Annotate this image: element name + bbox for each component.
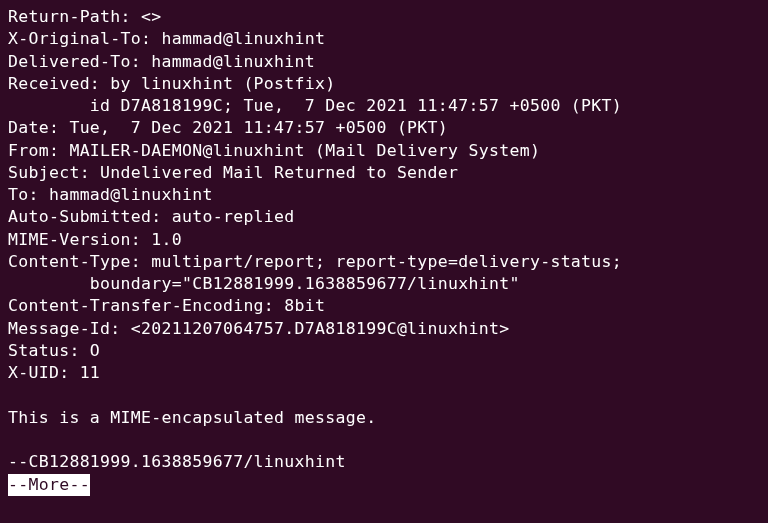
header-return-path: Return-Path: <> xyxy=(8,6,760,28)
header-date: Date: Tue, 7 Dec 2021 11:47:57 +0500 (PK… xyxy=(8,117,760,139)
header-received-line2: id D7A818199C; Tue, 7 Dec 2021 11:47:57 … xyxy=(8,95,760,117)
blank-line xyxy=(8,429,760,451)
header-delivered-to: Delivered-To: hammad@linuxhint xyxy=(8,51,760,73)
pager-line[interactable]: --More-- xyxy=(8,474,760,496)
header-mime-version: MIME-Version: 1.0 xyxy=(8,229,760,251)
more-prompt[interactable]: --More-- xyxy=(8,474,90,496)
header-subject: Subject: Undelivered Mail Returned to Se… xyxy=(8,162,760,184)
blank-line xyxy=(8,385,760,407)
header-received-line1: Received: by linuxhint (Postfix) xyxy=(8,73,760,95)
header-auto-submitted: Auto-Submitted: auto-replied xyxy=(8,206,760,228)
header-status: Status: O xyxy=(8,340,760,362)
header-content-type-line1: Content-Type: multipart/report; report-t… xyxy=(8,251,760,273)
body-text: This is a MIME-encapsulated message. xyxy=(8,407,760,429)
header-content-type-line2: boundary="CB12881999.1638859677/linuxhin… xyxy=(8,273,760,295)
header-x-uid: X-UID: 11 xyxy=(8,362,760,384)
mime-boundary: --CB12881999.1638859677/linuxhint xyxy=(8,451,760,473)
header-content-transfer-encoding: Content-Transfer-Encoding: 8bit xyxy=(8,295,760,317)
header-to: To: hammad@linuxhint xyxy=(8,184,760,206)
header-x-original-to: X-Original-To: hammad@linuxhint xyxy=(8,28,760,50)
terminal-output: Return-Path: <> X-Original-To: hammad@li… xyxy=(8,6,760,496)
header-from: From: MAILER-DAEMON@linuxhint (Mail Deli… xyxy=(8,140,760,162)
header-message-id: Message-Id: <20211207064757.D7A818199C@l… xyxy=(8,318,760,340)
